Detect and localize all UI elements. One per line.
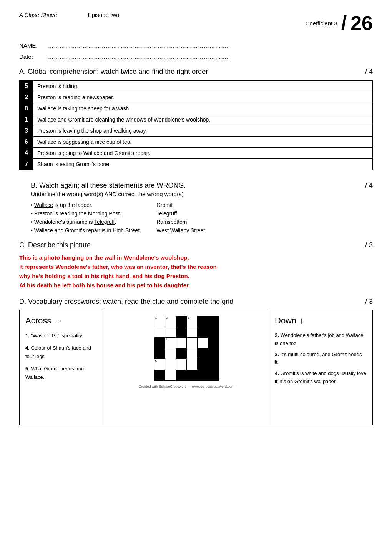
show-title: A Close Shave [19,12,57,18]
bullets-left-col: • Wallace is up the ladder.• Preston is … [31,202,141,233]
episode-label: Episode two [88,12,120,18]
row-text: Preston is going to Wallace and Gromit's… [33,148,373,159]
grid-cell [165,370,176,381]
across-clue-item: 4. Colour of Shaun's face and four legs. [25,344,98,361]
correction-item: Telegruff [156,210,205,217]
row-number: 5 [20,81,33,92]
grid-cell: 3 [186,316,197,327]
grid-cell [176,316,186,327]
page-header: A Close Shave Episode two Coefficient 3 … [19,12,373,35]
grid-cell [208,327,219,338]
grid-cell [208,359,219,370]
row-text: Preston is hiding. [33,81,373,92]
underlined-word: Telegruff [94,219,115,225]
date-row: Date: …………………………………………………………………………………. [19,53,373,60]
grid-cell [197,316,208,327]
section-b-underline: Underline [31,191,57,197]
underlined-word: Wallace [34,202,53,208]
grid-cell [176,348,186,359]
date-dots: …………………………………………………………………………………. [48,54,229,60]
down-label: Down [275,316,296,326]
row-number: 4 [20,148,33,159]
row-number: 1 [20,114,33,125]
row-text: Preston is reading a newspaper. [33,92,373,103]
down-arrow: ↓ [299,316,304,326]
row-number: 3 [20,125,33,137]
grid-cell [208,316,219,327]
row-text: Wallace and Gromit are cleaning the wind… [33,114,373,125]
section-d-score: / 3 [365,298,373,306]
coefficient-label: Coefficient 3 [306,20,337,27]
header-left: A Close Shave Episode two [19,12,119,18]
order-table: 5Preston is hiding.2Preston is reading a… [19,80,373,170]
down-panel: Down ↓ 2. Wendolene's father's job and W… [269,310,372,425]
grid-cell [165,359,176,370]
row-number: 2 [20,92,33,103]
crossword-container: Across → 1. "Wash 'n Go" speciality.4. C… [19,310,373,425]
across-clue-item: 5. What Gromit needs from Wallace. [25,365,98,382]
name-date-section: NAME: …………………………………………………………………………………. D… [19,42,373,60]
row-number: 6 [20,137,33,148]
bullet-item: • Wallace and Gromit's repair is in High… [31,227,141,233]
grid-credit: Created with EclipseCrossword — www.ecli… [138,385,234,388]
across-clue-item: 1. "Wash 'n Go" speciality. [25,332,98,340]
grid-cell: 5 [154,359,165,370]
grid-cell [176,370,186,381]
row-number: 7 [20,159,33,170]
bullet-item: • Preston is reading the Morning Post. [31,210,141,217]
across-arrow: → [54,316,63,326]
row-text: Shaun is eating Gromit's bone. [33,159,373,170]
name-dots: …………………………………………………………………………………. [48,43,229,49]
grid-cell [165,348,176,359]
underlined-word: Morning Post. [88,210,121,217]
grid-panel: 12345 Created with EclipseCrossword — ww… [104,310,269,425]
grid-cell [208,348,219,359]
table-row: 6Wallace is suggesting a nice cup of tea… [20,137,373,148]
crossword-grid: 12345 [154,316,219,381]
grid-cell: 1 [154,316,165,327]
grid-cell [154,338,165,348]
date-label: Date: [19,53,42,60]
down-clues: 2. Wendolene's father's job and Wallace … [275,332,367,386]
table-row: 7Shaun is eating Gromit's bone. [20,159,373,170]
grid-cell [186,338,197,348]
table-row: 2Preston is reading a newspaper. [20,92,373,103]
down-title: Down ↓ [275,316,367,326]
across-label: Across [25,316,51,326]
grid-cell [186,327,197,338]
across-panel: Across → 1. "Wash 'n Go" speciality.4. C… [20,310,104,425]
grid-cell [197,370,208,381]
underlined-word: High Street [113,227,140,233]
grid-cell [186,370,197,381]
table-row: 4Preston is going to Wallace and Gromit'… [20,148,373,159]
row-number: 8 [20,103,33,114]
section-b-rest: the wrong word(s) AND correct the wrong … [57,191,183,197]
correction-item: Ramsbottom [156,219,205,225]
row-text: Wallace is taking the sheep for a wash. [33,103,373,114]
grid-cell [186,359,197,370]
corrections-right-col: GromitTelegruffRamsbottomWest Wallaby St… [141,202,205,233]
grid-cell [197,359,208,370]
section-c-score: / 3 [365,241,373,249]
row-text: Preston is leaving the shop and walking … [33,125,373,137]
grid-cell [154,370,165,381]
grid-cell [176,338,186,348]
section-d-title: D. Vocabulary crosswords: watch, read th… [19,298,233,306]
grid-cell [154,348,165,359]
grid-cell: 4 [165,338,176,348]
header-right: Coefficient 3 / 26 [306,12,373,35]
grid-cell [208,370,219,381]
correction-item: West Wallaby Street [156,227,205,233]
section-b-subtitle-row: Underline the wrong word(s) AND correct … [31,191,373,197]
table-row: 5Preston is hiding. [20,81,373,92]
down-clue-item: 2. Wendolene's father's job and Wallace … [275,332,367,348]
down-clue-item: 4. Gromit's is white and dogs usually lo… [275,370,367,386]
section-a-header: A. Global comprehension: watch twice and… [19,68,373,76]
table-row: 8Wallace is taking the sheep for a wash. [20,103,373,114]
section-b-title: B. Watch again; all these statements are… [31,182,186,190]
bullet-item: • Wendolene's surname is Telegruff. [31,219,141,225]
grid-cell [197,348,208,359]
grid-cell: 2 [165,316,176,327]
score-slash: / [341,12,347,35]
section-c-container: C. Describe this picture / 3 This is a p… [19,241,373,290]
